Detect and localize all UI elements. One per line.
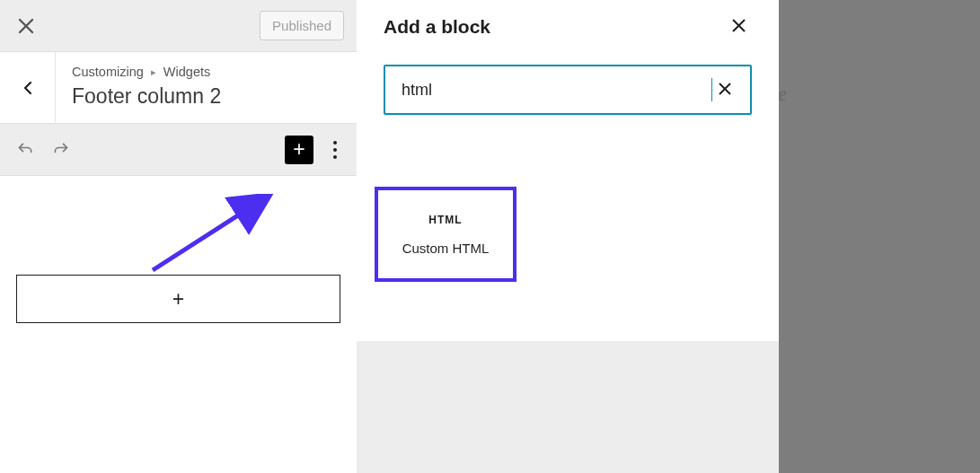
breadcrumb-row: Customizing ▸ Widgets Footer column 2 [0, 52, 357, 124]
site-preview: sting Site another WordPress site mepage [779, 0, 980, 473]
svg-line-0 [153, 199, 263, 270]
popover-footer [357, 341, 779, 473]
widget-area: + [0, 176, 357, 473]
customizer-topbar: Published [0, 0, 357, 52]
section-title: Footer column 2 [72, 84, 340, 109]
close-customizer-button[interactable] [0, 0, 52, 52]
plus-icon: + [172, 287, 184, 311]
popover-close-button[interactable] [726, 12, 752, 43]
publish-status-button[interactable]: Published [260, 11, 344, 40]
block-option-custom-html[interactable]: HTML Custom HTML [375, 187, 516, 282]
preview-divider [779, 430, 980, 433]
close-icon [18, 18, 34, 34]
undo-button[interactable] [16, 141, 34, 159]
block-label: Custom HTML [402, 241, 490, 256]
clear-search-button[interactable] [712, 74, 737, 106]
back-button[interactable] [0, 52, 56, 123]
more-options-button[interactable] [330, 137, 340, 162]
block-inserter-popover: Add a block HTML Custom HTML [357, 0, 779, 473]
add-block-button[interactable]: + [285, 136, 313, 164]
breadcrumb: Customizing ▸ Widgets Footer column 2 [56, 52, 357, 123]
annotation-arrow [148, 194, 274, 275]
breadcrumb-root: Customizing [72, 65, 144, 79]
close-icon [731, 18, 746, 33]
close-icon [718, 82, 732, 96]
add-block-outline-button[interactable]: + [16, 275, 340, 323]
editor-toolbar: + [0, 124, 357, 176]
popover-title: Add a block [384, 16, 490, 38]
block-search-input[interactable] [402, 66, 713, 113]
chevron-right-icon: ▸ [151, 66, 156, 78]
block-search-field[interactable] [384, 65, 752, 115]
customizer-panel: Published Customizing ▸ Widgets Footer c… [0, 0, 357, 473]
plus-icon: + [293, 139, 305, 160]
block-results: HTML Custom HTML [357, 124, 779, 282]
breadcrumb-parent: Widgets [163, 65, 210, 79]
html-icon: HTML [428, 214, 462, 226]
chevron-left-icon [21, 81, 35, 95]
redo-button[interactable] [52, 141, 70, 159]
